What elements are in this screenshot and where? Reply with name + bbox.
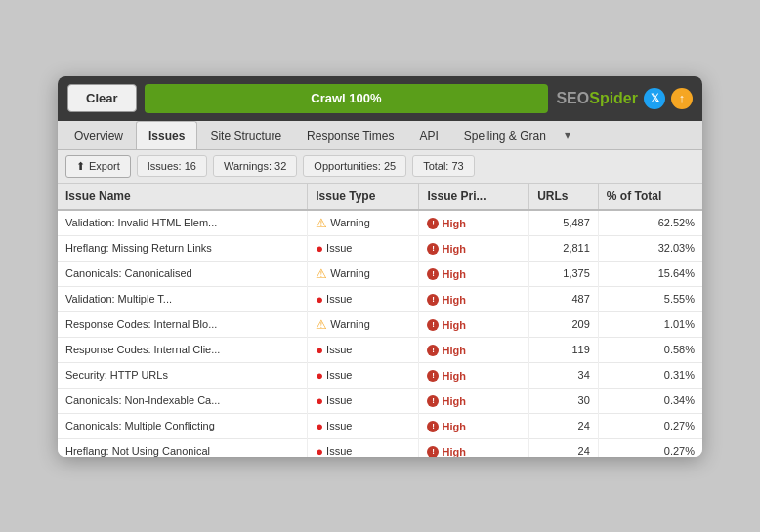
priority-label: High <box>442 268 465 280</box>
issue-icon: ● <box>316 393 323 408</box>
cell-issue-name: Security: HTTP URLs <box>58 362 308 388</box>
warnings-badge: Warnings: 32 <box>213 155 297 177</box>
col-issue-priority: Issue Pri... <box>419 184 529 210</box>
cell-issue-type: ⚠Warning <box>308 261 419 286</box>
col-issue-type: Issue Type <box>308 184 419 210</box>
cell-urls: 209 <box>529 311 599 337</box>
brand-seo: SEOSpider <box>556 90 638 107</box>
priority-label: High <box>442 345 465 356</box>
high-priority-icon: ! <box>427 319 439 331</box>
cell-pct: 0.31% <box>598 362 702 388</box>
cell-pct: 32.03% <box>598 235 702 261</box>
twitter-icon[interactable]: 𝕏 <box>644 88 665 109</box>
type-label: Issue <box>326 242 352 254</box>
cell-issue-name: Canonicals: Canonicalised <box>58 261 308 286</box>
table-row[interactable]: Validation: Invalid HTML Elem... ⚠Warnin… <box>58 210 702 236</box>
table-row[interactable]: Hreflang: Not Using Canonical ●Issue ! H… <box>58 438 702 457</box>
col-pct: % of Total <box>598 184 702 210</box>
cell-issue-priority: ! High <box>419 235 529 261</box>
cell-pct: 62.52% <box>598 210 702 236</box>
cell-urls: 34 <box>529 362 599 388</box>
clear-button[interactable]: Clear <box>67 84 137 112</box>
tab-api[interactable]: API <box>406 121 450 149</box>
cell-pct: 15.64% <box>598 261 702 286</box>
cell-issue-priority: ! High <box>419 362 529 388</box>
type-label: Issue <box>326 369 352 381</box>
cell-pct: 0.34% <box>598 388 702 413</box>
high-priority-icon: ! <box>427 268 439 280</box>
cell-issue-type: ●Issue <box>308 438 419 457</box>
type-label: Issue <box>326 293 352 305</box>
cell-issue-type: ●Issue <box>308 286 419 311</box>
cell-issue-name: Canonicals: Non-Indexable Ca... <box>58 388 308 413</box>
opportunities-badge: Opportunities: 25 <box>303 155 406 177</box>
table-row[interactable]: Validation: Multiple T... ●Issue ! High … <box>58 286 702 311</box>
priority-cell: ! High <box>427 345 465 356</box>
priority-cell: ! High <box>427 446 465 457</box>
table-row[interactable]: Security: HTTP URLs ●Issue ! High 34 0.3… <box>58 362 702 388</box>
tab-more-icon[interactable]: ▾ <box>559 121 576 148</box>
type-label: Issue <box>326 344 352 355</box>
cell-urls: 1,375 <box>529 261 599 286</box>
issue-icon: ● <box>316 343 323 357</box>
tab-issues[interactable]: Issues <box>136 121 197 149</box>
table-row[interactable]: Canonicals: Canonicalised ⚠Warning ! Hig… <box>58 261 702 286</box>
priority-label: High <box>442 294 465 306</box>
issue-icon: ● <box>316 368 323 383</box>
table-row[interactable]: Canonicals: Multiple Conflicting ●Issue … <box>58 413 702 438</box>
export-label: Export <box>89 160 120 172</box>
cell-issue-type: ●Issue <box>308 362 419 388</box>
cell-issue-type: ●Issue <box>308 388 419 413</box>
tab-overview[interactable]: Overview <box>62 121 136 149</box>
priority-cell: ! High <box>427 319 465 331</box>
tab-spelling[interactable]: Spelling & Gran <box>451 121 559 149</box>
cell-issue-priority: ! High <box>419 311 529 337</box>
cell-issue-priority: ! High <box>419 261 529 286</box>
cell-issue-priority: ! High <box>419 438 529 457</box>
cell-issue-name: Hreflang: Not Using Canonical <box>58 438 308 457</box>
priority-label: High <box>442 370 465 382</box>
col-issue-name: Issue Name <box>58 184 308 210</box>
export-button[interactable]: ⬆ Export <box>65 155 131 178</box>
table-row[interactable]: Hreflang: Missing Return Links ●Issue ! … <box>58 235 702 261</box>
cell-pct: 0.58% <box>598 337 702 362</box>
cell-urls: 2,811 <box>529 235 599 261</box>
cell-issue-priority: ! High <box>419 388 529 413</box>
col-urls: URLs <box>529 184 599 210</box>
cell-urls: 5,487 <box>529 210 599 236</box>
issues-table-container: Issue Name Issue Type Issue Pri... URLs … <box>58 184 702 457</box>
cell-issue-name: Response Codes: Internal Clie... <box>58 337 308 362</box>
brand: SEOSpider 𝕏 ↑ <box>556 88 693 109</box>
tab-response-times[interactable]: Response Times <box>294 121 406 149</box>
high-priority-icon: ! <box>427 446 439 457</box>
type-label: Issue <box>326 445 352 457</box>
upload-icon[interactable]: ↑ <box>671 88 693 109</box>
issue-icon: ● <box>316 241 323 256</box>
type-label: Warning <box>330 318 370 330</box>
cell-issue-priority: ! High <box>419 337 529 362</box>
issues-badge: Issues: 16 <box>137 155 207 177</box>
type-label: Issue <box>326 394 352 406</box>
type-label: Issue <box>326 420 352 431</box>
cell-issue-name: Validation: Invalid HTML Elem... <box>58 210 308 236</box>
toolbar: Clear Crawl 100% SEOSpider 𝕏 ↑ <box>58 76 702 121</box>
cell-issue-type: ●Issue <box>308 235 419 261</box>
cell-urls: 487 <box>529 286 599 311</box>
progress-bar: Crawl 100% <box>145 84 549 113</box>
cell-pct: 0.27% <box>598 413 702 438</box>
cell-pct: 1.01% <box>598 311 702 337</box>
tab-site-structure[interactable]: Site Structure <box>197 121 294 149</box>
cell-pct: 5.55% <box>598 286 702 311</box>
high-priority-icon: ! <box>427 370 439 382</box>
cell-issue-type: ⚠Warning <box>308 311 419 337</box>
priority-label: High <box>442 218 465 229</box>
cell-issue-priority: ! High <box>419 210 529 236</box>
table-body: Validation: Invalid HTML Elem... ⚠Warnin… <box>58 210 702 457</box>
high-priority-icon: ! <box>427 243 439 255</box>
table-row[interactable]: Canonicals: Non-Indexable Ca... ●Issue !… <box>58 388 702 413</box>
priority-cell: ! High <box>427 370 465 382</box>
table-row[interactable]: Response Codes: Internal Clie... ●Issue … <box>58 337 702 362</box>
table-header-row: Issue Name Issue Type Issue Pri... URLs … <box>58 184 702 210</box>
issues-table: Issue Name Issue Type Issue Pri... URLs … <box>58 184 702 457</box>
table-row[interactable]: Response Codes: Internal Blo... ⚠Warning… <box>58 311 702 337</box>
